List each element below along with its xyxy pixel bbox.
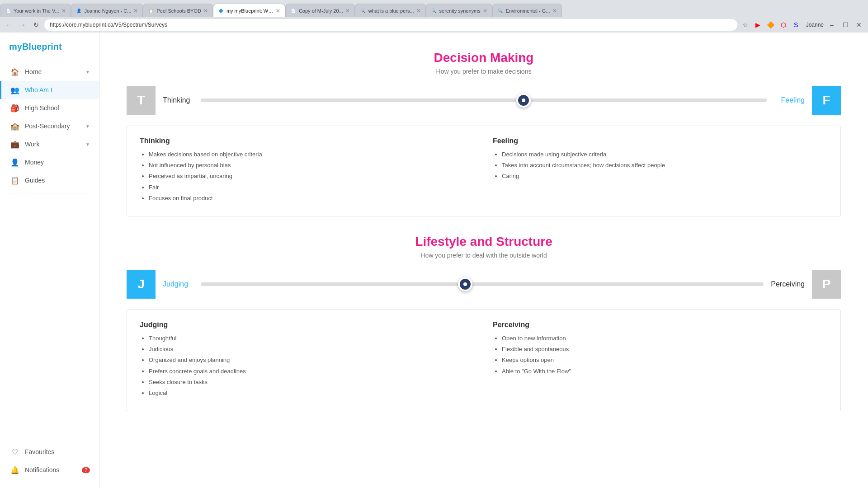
feeling-label: Feeling bbox=[767, 96, 812, 104]
sidebar-bottom: ♡ Favourites 🔔 Notifications 7 bbox=[0, 443, 99, 479]
thinking-desc-col: Thinking Makes decisions based on object… bbox=[140, 137, 475, 205]
lifestyle-subtitle: How you prefer to deal with the outside … bbox=[127, 252, 841, 259]
tab-label: Your work in The V... bbox=[14, 8, 59, 14]
minimize-button[interactable]: – bbox=[826, 19, 837, 30]
decision-making-slider-row: T Thinking Feeling F bbox=[127, 86, 841, 115]
thinking-letter-box: T bbox=[127, 86, 156, 115]
toolbar-icons: ☆ ▶ 🔶 ⬡ S bbox=[740, 19, 802, 30]
guides-icon: 📋 bbox=[10, 176, 19, 185]
browser-tab-tab2[interactable]: 👤 Joanne Nguyen - C... ✕ bbox=[71, 4, 143, 17]
sidebar-item-favourites[interactable]: ♡ Favourites bbox=[0, 443, 99, 461]
tab-favicon: 📋 bbox=[148, 8, 154, 14]
lifestyle-title: Lifestyle and Structure bbox=[127, 235, 841, 249]
home-icon: 🏠 bbox=[10, 67, 19, 76]
list-item: Not influenced by personal bias bbox=[149, 161, 475, 169]
decision-slider-track bbox=[201, 99, 767, 102]
tab-bar: 📄 Your work in The V... ✕👤 Joanne Nguyen… bbox=[0, 0, 868, 17]
tab-close-button[interactable]: ✕ bbox=[61, 8, 66, 14]
list-item: Flexible and spontaneous bbox=[502, 345, 828, 353]
list-item: Makes decisions based on objective crite… bbox=[149, 150, 475, 159]
bottom-nav-items: ♡ Favourites 🔔 Notifications 7 bbox=[0, 443, 99, 479]
sidebar-item-label: High School bbox=[25, 104, 59, 112]
sidebar-item-guides[interactable]: 📋 Guides bbox=[0, 171, 99, 189]
bookmark-icon[interactable]: ☆ bbox=[740, 19, 751, 30]
ext-icon-1[interactable]: 🔶 bbox=[765, 19, 776, 30]
browser-tab-tab4[interactable]: 🔷 my myBlueprint: Who... ✕ bbox=[213, 4, 285, 17]
browser-tab-tab3[interactable]: 📋 Peel Schools BYOD ✕ bbox=[143, 4, 212, 17]
sidebar-item-money[interactable]: 👤 Money bbox=[0, 153, 99, 171]
sidebar-item-high-school[interactable]: 🎒 High School bbox=[0, 99, 99, 117]
list-item: Organized and enjoys planning bbox=[149, 356, 475, 364]
feeling-desc-col: Feeling Decisions made using subjective … bbox=[493, 137, 828, 205]
tab-favicon: 🔷 bbox=[218, 8, 224, 14]
high-school-icon: 🎒 bbox=[10, 103, 19, 113]
browser-tab-tab6[interactable]: 🔍 what is a blue pers... ✕ bbox=[355, 4, 426, 17]
post-secondary-icon: 🏫 bbox=[10, 122, 19, 131]
sidebar-item-post-secondary[interactable]: 🏫 Post-Secondary ▼ bbox=[0, 117, 99, 135]
browser-chrome: 📄 Your work in The V... ✕👤 Joanne Nguyen… bbox=[0, 0, 868, 33]
browser-tab-tab7[interactable]: 🔍 serenity synonyms ✕ bbox=[426, 4, 492, 17]
decision-making-section: Decision Making How you prefer to make d… bbox=[127, 51, 841, 216]
sidebar-item-label: Notifications bbox=[25, 466, 59, 474]
nav-items: 🏠 Home ▼👥 Who Am I 🎒 High School 🏫 Post-… bbox=[0, 63, 99, 189]
tab-close-button[interactable]: ✕ bbox=[133, 8, 138, 14]
tab-close-button[interactable]: ✕ bbox=[203, 8, 208, 14]
sidebar-item-work[interactable]: 💼 Work ▼ bbox=[0, 135, 99, 153]
thinking-label: Thinking bbox=[156, 96, 201, 104]
slider-thumb-inner bbox=[522, 99, 525, 102]
list-item: Focuses on final product bbox=[149, 194, 475, 202]
forward-button[interactable]: → bbox=[17, 19, 28, 30]
who-am-i-icon: 👥 bbox=[10, 85, 19, 94]
app-container: myBlueprint 🏠 Home ▼👥 Who Am I 🎒 High Sc… bbox=[0, 33, 868, 488]
perceiving-list: Open to new informationFlexible and spon… bbox=[493, 334, 828, 375]
back-button[interactable]: ← bbox=[4, 19, 14, 30]
chevron-down-icon: ▼ bbox=[85, 124, 90, 129]
tab-close-button[interactable]: ✕ bbox=[552, 8, 557, 14]
decision-making-desc-box: Thinking Makes decisions based on object… bbox=[127, 126, 841, 216]
browser-tab-tab5[interactable]: 📄 Copy of M-July 20... ✕ bbox=[285, 4, 355, 17]
sidebar-logo[interactable]: myBlueprint bbox=[0, 42, 99, 63]
tab-close-button[interactable]: ✕ bbox=[276, 8, 280, 14]
list-item: Prefers concrete goals and deadlines bbox=[149, 367, 475, 375]
list-item: Logical bbox=[149, 389, 475, 397]
tab-favicon: 📄 bbox=[290, 8, 297, 14]
ext-icon-3[interactable]: S bbox=[791, 19, 802, 30]
thinking-list: Makes decisions based on objective crite… bbox=[140, 150, 475, 202]
ext-icon-2[interactable]: ⬡ bbox=[778, 19, 789, 30]
sidebar: myBlueprint 🏠 Home ▼👥 Who Am I 🎒 High Sc… bbox=[0, 33, 99, 488]
sidebar-item-who-am-i[interactable]: 👥 Who Am I bbox=[0, 81, 99, 99]
reload-button[interactable]: ↻ bbox=[31, 19, 42, 30]
feeling-letter-box: F bbox=[812, 86, 841, 115]
maximize-button[interactable]: ☐ bbox=[840, 19, 851, 30]
lifestyle-slider-thumb[interactable] bbox=[458, 277, 472, 291]
tab-label: my myBlueprint: Who... bbox=[226, 8, 274, 14]
tab-close-button[interactable]: ✕ bbox=[345, 8, 350, 14]
address-input[interactable] bbox=[44, 19, 737, 31]
chevron-down-icon: ▼ bbox=[85, 142, 90, 147]
decision-slider-thumb[interactable] bbox=[516, 93, 531, 108]
work-icon: 💼 bbox=[10, 140, 19, 149]
judging-heading: Judging bbox=[140, 321, 475, 329]
youtube-icon[interactable]: ▶ bbox=[753, 19, 764, 30]
tab-label: Joanne Nguyen - C... bbox=[85, 8, 132, 14]
tab-label: serenity synonyms bbox=[439, 8, 481, 14]
sidebar-item-notifications[interactable]: 🔔 Notifications 7 bbox=[0, 461, 99, 479]
lifestyle-slider-thumb-inner bbox=[463, 282, 467, 286]
decision-making-title: Decision Making bbox=[127, 51, 841, 65]
notifications-icon: 🔔 bbox=[10, 465, 19, 474]
tab-favicon: 📄 bbox=[5, 8, 11, 14]
address-bar-row: ← → ↻ ☆ ▶ 🔶 ⬡ S Joanne – ☐ ✕ bbox=[0, 17, 868, 33]
decision-slider-track-container[interactable] bbox=[201, 98, 767, 103]
list-item: Thoughtful bbox=[149, 334, 475, 343]
tab-close-button[interactable]: ✕ bbox=[416, 8, 421, 14]
list-item: Judicious bbox=[149, 345, 475, 353]
sidebar-item-home[interactable]: 🏠 Home ▼ bbox=[0, 63, 99, 81]
judging-list: ThoughtfulJudiciousOrganized and enjoys … bbox=[140, 334, 475, 397]
lifestyle-slider-track-container[interactable] bbox=[201, 282, 764, 287]
list-item: Fair bbox=[149, 183, 475, 192]
close-button[interactable]: ✕ bbox=[854, 19, 864, 30]
perceiving-desc-col: Perceiving Open to new informationFlexib… bbox=[493, 321, 828, 400]
tab-close-button[interactable]: ✕ bbox=[483, 8, 487, 14]
browser-tab-tab8[interactable]: 🔍 Environmental - G... ✕ bbox=[492, 4, 562, 17]
browser-tab-tab1[interactable]: 📄 Your work in The V... ✕ bbox=[0, 4, 71, 17]
